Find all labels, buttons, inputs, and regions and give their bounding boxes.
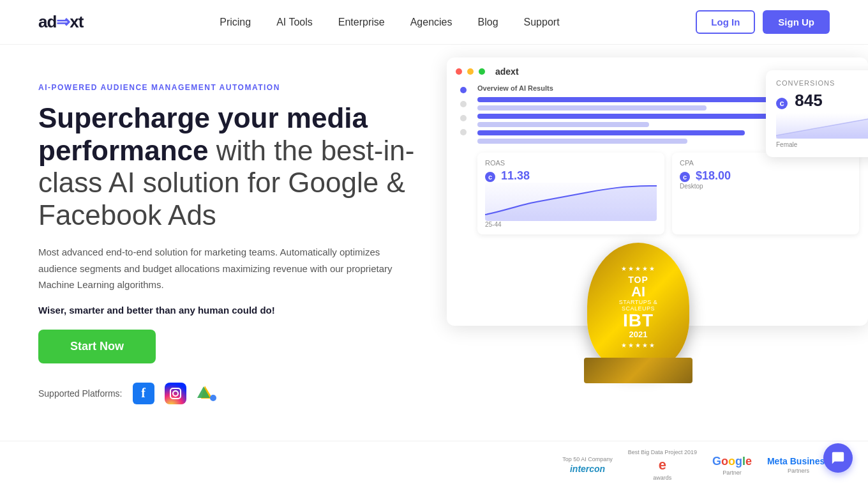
instagram-icon xyxy=(165,383,186,404)
platforms-row: Supported Platforms: f xyxy=(38,383,447,404)
cpa-number: $18.00 xyxy=(696,169,731,182)
conversions-chart xyxy=(776,113,868,139)
award-meta-name: Meta Business xyxy=(767,456,830,466)
award-eawards-sub: awards xyxy=(653,475,671,481)
metrics-row: ROAS c 11.38 25-44 xyxy=(477,153,859,234)
award-eawards-badge: Best Big Data Project 2019 xyxy=(628,449,697,455)
nav-agencies[interactable]: Agencies xyxy=(410,17,453,28)
navbar: ad⇒xt Pricing AI Tools Enterprise Agenci… xyxy=(0,0,868,45)
hero-subtitle: AI-POWERED AUDIENCE MANAGEMENT AUTOMATIO… xyxy=(38,83,447,92)
hero-section: AI-POWERED AUDIENCE MANAGEMENT AUTOMATIO… xyxy=(0,45,868,441)
nav-enterprise[interactable]: Enterprise xyxy=(338,17,385,28)
instagram-inner xyxy=(170,388,181,399)
bar-5 xyxy=(477,130,745,135)
nav-ai-tools[interactable]: AI Tools xyxy=(276,17,313,28)
award-eawards-name: e xyxy=(659,457,666,473)
award-meta-sub: Partners xyxy=(788,468,809,474)
cpa-card: CPA c $18.00 Desktop xyxy=(672,153,859,234)
awards-row: Top 50 AI Company intercon Best Big Data… xyxy=(0,441,868,488)
roas-value: c 11.38 xyxy=(485,169,657,183)
hero-cta-text: Wiser, smarter and better than any human… xyxy=(38,305,447,316)
roas-age: 25-44 xyxy=(485,221,657,228)
award-intercom: intercon xyxy=(570,464,605,474)
top-ai-badge: ★★★★★ TOP AI STARTUPS & SCALEUPS IBT 202… xyxy=(587,243,689,370)
dot-red xyxy=(456,68,462,75)
nav-support[interactable]: Support xyxy=(524,17,560,28)
dot-yellow xyxy=(467,68,474,75)
roas-label: ROAS xyxy=(485,159,657,167)
badge-year: 2021 xyxy=(629,330,648,339)
facebook-icon: f xyxy=(133,383,154,404)
hero-title: Supercharge your media performance with … xyxy=(38,102,447,231)
google-ads-icon xyxy=(197,383,218,404)
logo-text: ad⇒xt xyxy=(38,12,83,32)
award-top50-badge: Top 50 AI Company xyxy=(562,456,613,462)
sidebar-dot-1 xyxy=(460,87,467,93)
badge-ibt-label: IBT xyxy=(623,312,654,330)
badge-startups-label: STARTUPS & xyxy=(619,299,658,305)
logo[interactable]: ad⇒xt xyxy=(38,12,83,32)
login-button[interactable]: Log In xyxy=(696,10,755,34)
conversions-number: 845 xyxy=(795,91,822,110)
conversions-label: CONVERSIONS xyxy=(776,79,868,87)
hero-content: AI-POWERED AUDIENCE MANAGEMENT AUTOMATIO… xyxy=(38,77,447,404)
cpa-device: Desktop xyxy=(680,183,851,190)
bar-1 xyxy=(477,97,782,102)
bar-6 xyxy=(477,139,687,144)
svg-point-1 xyxy=(210,395,216,401)
nav-blog[interactable]: Blog xyxy=(478,17,498,28)
badge-stars-bottom: ★★★★★ xyxy=(621,342,656,349)
bar-4 xyxy=(477,122,649,127)
mockup-logo: adext xyxy=(495,66,519,77)
award-google-sub: Partner xyxy=(722,469,742,476)
sidebar-dot-4 xyxy=(460,129,467,135)
hero-description: Most advanced end-to-end solution for ma… xyxy=(38,244,396,293)
sidebar-dot-3 xyxy=(460,115,467,121)
award-meta: Meta Business Partners xyxy=(767,456,830,474)
roas-number: 11.38 xyxy=(501,169,530,182)
platforms-label: Supported Platforms: xyxy=(38,388,123,399)
start-now-button[interactable]: Start Now xyxy=(38,330,156,363)
award-google: Google Partner xyxy=(712,455,752,476)
dot-green xyxy=(479,68,485,75)
bar-2 xyxy=(477,105,707,111)
hero-visual: adext Overview of AI Results xyxy=(447,77,830,383)
award-top50: Top 50 AI Company intercon xyxy=(562,456,613,474)
badge-ai-label: AI xyxy=(631,285,645,299)
badge-wrap: ★★★★★ TOP AI STARTUPS & SCALEUPS IBT 202… xyxy=(587,243,689,370)
badge-stars-top: ★★★★★ xyxy=(621,265,656,272)
roas-card: ROAS c 11.38 25-44 xyxy=(477,153,664,234)
award-google-name: Google xyxy=(712,455,752,468)
nav-pricing[interactable]: Pricing xyxy=(220,17,251,28)
cpa-value: c $18.00 xyxy=(680,169,851,183)
cpa-label: CPA xyxy=(680,159,851,167)
conversions-value: c 845 xyxy=(776,91,868,111)
roas-chart xyxy=(485,183,657,221)
award-eawards: Best Big Data Project 2019 e awards xyxy=(628,449,697,481)
mockup-sidebar xyxy=(456,84,471,135)
sidebar-dot-2 xyxy=(460,101,467,107)
logo-arrow: ⇒ xyxy=(56,12,70,31)
conversions-gender: Female xyxy=(776,141,868,148)
conversions-card: CONVERSIONS c 845 Female xyxy=(766,70,868,157)
nav-actions: Log In Sign Up xyxy=(696,10,830,34)
nav-links: Pricing AI Tools Enterprise Agencies Blo… xyxy=(220,17,559,28)
chat-bubble[interactable] xyxy=(823,443,853,473)
signup-button[interactable]: Sign Up xyxy=(763,10,830,34)
